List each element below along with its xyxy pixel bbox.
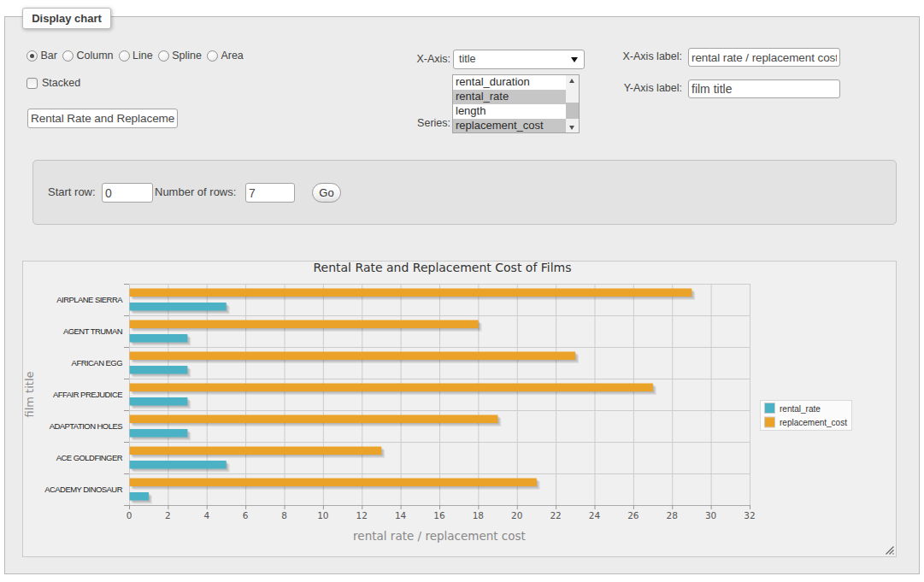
resize-grip-icon[interactable] xyxy=(884,544,894,555)
x-tick-label: 22 xyxy=(550,510,561,520)
radio-label-area[interactable]: Area xyxy=(221,50,243,62)
series-options: rental_durationrental_ratelengthreplacem… xyxy=(453,75,579,133)
x-tick-label: 18 xyxy=(473,510,484,520)
chart-type-option-spline: Spline xyxy=(158,50,202,62)
legend-label-replacement_cost: replacement_cost xyxy=(780,418,847,427)
category-label-5: ACE GOLDFINGER xyxy=(56,453,123,462)
chart-bar-rental_rate-4 xyxy=(130,429,188,438)
x-tick-label: 30 xyxy=(705,510,716,520)
radio-label-bar[interactable]: Bar xyxy=(41,50,57,62)
chart-bar-rental_rate-1 xyxy=(130,334,188,343)
chart-bar-replacement_cost-4 xyxy=(130,415,498,424)
series-option-length[interactable]: length xyxy=(453,104,579,119)
chart-bar-replacement_cost-2 xyxy=(130,352,576,361)
x-tick-label: 8 xyxy=(281,510,287,520)
series-scrollbar[interactable] xyxy=(566,75,579,132)
x-tick-label: 2 xyxy=(165,510,171,520)
page: Display chart BarColumnLineSplineArea St… xyxy=(0,0,924,582)
stacked-checkbox[interactable] xyxy=(26,78,38,89)
legend-label-rental_rate: rental_rate xyxy=(780,404,821,414)
x-axis-select[interactable]: title xyxy=(453,50,585,69)
radio-line[interactable] xyxy=(119,50,130,62)
category-label-6: ACADEMY DINOSAUR xyxy=(44,485,122,494)
category-label-0: AIRPLANE SIERRA xyxy=(56,295,123,304)
chart-bar-replacement_cost-1 xyxy=(130,320,479,329)
x-axis-select-value: title xyxy=(459,53,475,65)
stacked-row: Stacked xyxy=(26,77,80,89)
chart-bar-rental_rate-0 xyxy=(130,303,227,311)
category-label-3: AFFAIR PREJUDICE xyxy=(53,390,122,399)
chart-title: Rental Rate and Replacement Cost of Film… xyxy=(313,262,571,274)
fieldset-legend: Display chart xyxy=(22,8,111,29)
number-of-rows-label: Number of rows: xyxy=(155,185,236,198)
x-tick-label: 4 xyxy=(203,510,209,520)
chart-container: 02468101214161820222426283032AIRPLANE SI… xyxy=(22,261,897,557)
chart-legend: rental_ratereplacement_cost xyxy=(761,401,852,431)
series-option-rental_rate[interactable]: rental_rate xyxy=(453,90,579,104)
x-axis-label-field-label: X-Axis label: xyxy=(591,50,682,63)
chart-type-option-column: Column xyxy=(62,50,114,62)
y-axis-title: film title xyxy=(23,371,36,417)
chart: 02468101214161820222426283032AIRPLANE SI… xyxy=(23,262,896,556)
start-row-label: Start row: xyxy=(48,185,96,198)
chart-bar-replacement_cost-6 xyxy=(130,479,537,487)
radio-column[interactable] xyxy=(62,50,74,62)
radio-bar[interactable] xyxy=(26,50,38,62)
x-tick-label: 6 xyxy=(243,510,249,520)
chart-type-option-area: Area xyxy=(207,50,244,62)
series-listbox-label: Series: xyxy=(360,117,450,130)
scrollbar-up-button[interactable] xyxy=(566,75,579,86)
chart-bar-rental_rate-6 xyxy=(130,492,149,501)
scrollbar-thumb[interactable] xyxy=(566,103,579,119)
start-row-input[interactable] xyxy=(102,183,153,203)
category-label-4: ADAPTATION HOLES xyxy=(50,421,123,431)
scrollbar-up-icon xyxy=(569,79,574,83)
radio-label-column[interactable]: Column xyxy=(76,50,113,62)
category-label-1: AGENT TRUMAN xyxy=(63,326,123,336)
x-tick-label: 26 xyxy=(627,510,639,520)
stacked-label[interactable]: Stacked xyxy=(42,77,80,90)
x-tick-label: 16 xyxy=(433,510,445,520)
radio-label-line[interactable]: Line xyxy=(132,50,153,62)
scrollbar-down-button[interactable] xyxy=(566,121,579,132)
x-axis-title: rental rate / replacement cost xyxy=(353,529,526,543)
chart-bar-rental_rate-3 xyxy=(130,397,188,406)
chart-bar-replacement_cost-3 xyxy=(130,384,653,392)
series-option-rental_duration[interactable]: rental_duration xyxy=(453,75,579,90)
radio-label-spline[interactable]: Spline xyxy=(172,50,202,62)
x-tick-label: 28 xyxy=(667,510,678,520)
category-label-2: AFRICAN EGG xyxy=(72,358,123,367)
number-of-rows-input[interactable] xyxy=(245,183,295,203)
x-axis-label-input[interactable] xyxy=(688,48,840,67)
chart-title-input[interactable] xyxy=(27,109,178,128)
x-tick-label: 12 xyxy=(356,510,368,520)
chart-type-option-bar: Bar xyxy=(26,50,57,62)
chart-bar-rental_rate-5 xyxy=(130,461,227,469)
chart-bar-rental_rate-2 xyxy=(130,366,188,374)
x-tick-label: 24 xyxy=(589,510,601,520)
x-tick-label: 32 xyxy=(744,510,755,520)
x-tick-label: 14 xyxy=(395,510,407,520)
chart-bar-replacement_cost-0 xyxy=(130,289,692,297)
legend-swatch-rental_rate xyxy=(765,403,775,414)
x-tick-label: 0 xyxy=(127,510,132,520)
x-axis-select-label: X-Axis: xyxy=(360,53,450,66)
y-axis-label-input[interactable] xyxy=(688,79,840,98)
series-option-replacement_cost[interactable]: replacement_cost xyxy=(453,119,579,133)
grip-line xyxy=(893,554,894,555)
chart-bar-replacement_cost-5 xyxy=(130,447,382,456)
go-button[interactable]: Go xyxy=(312,183,341,203)
row-controls-panel: Start row: Number of rows: Go xyxy=(32,160,897,225)
x-tick-label: 20 xyxy=(511,510,522,520)
scrollbar-down-icon xyxy=(569,126,574,130)
x-tick-label: 10 xyxy=(317,510,328,520)
legend-swatch-replacement_cost xyxy=(765,417,775,427)
radio-spline[interactable] xyxy=(158,50,169,62)
display-chart-fieldset: Display chart BarColumnLineSplineArea St… xyxy=(4,16,920,574)
radio-area[interactable] xyxy=(207,50,218,62)
chart-type-option-line: Line xyxy=(119,50,153,62)
series-listbox[interactable]: rental_durationrental_ratelengthreplacem… xyxy=(452,74,580,133)
select-dropdown-arrow-icon xyxy=(571,57,578,62)
y-axis-label-field-label: Y-Axis label: xyxy=(591,82,682,95)
chart-type-radiogroup: BarColumnLineSplineArea xyxy=(26,50,249,62)
